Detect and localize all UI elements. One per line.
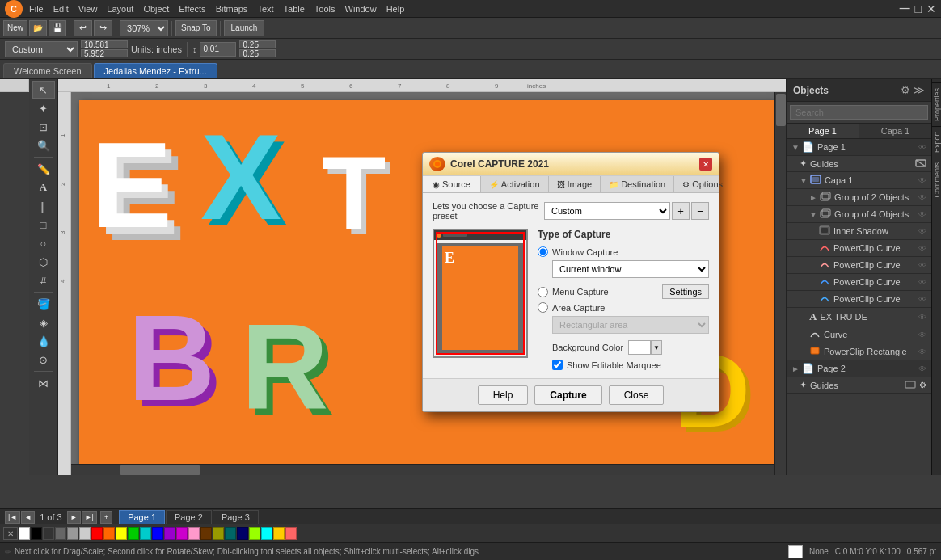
color-swatch-purple[interactable] — [164, 527, 175, 540]
menu-capture-radio[interactable] — [538, 287, 548, 297]
color-swatch-brown[interactable] — [200, 527, 212, 540]
group4-visibility[interactable]: 👁 — [918, 210, 926, 219]
color-swatch-green[interactable] — [128, 527, 139, 540]
add-page-btn[interactable]: + — [100, 511, 112, 524]
tree-capa1[interactable]: ▼ Capa 1 👁 — [787, 172, 931, 189]
color-swatch-teal[interactable] — [225, 527, 236, 540]
area-type-select[interactable]: Rectangular area — [552, 316, 709, 334]
fill-color-indicator[interactable] — [788, 545, 803, 558]
page-first-btn[interactable]: |◄ — [5, 511, 20, 524]
guides2-action[interactable] — [905, 381, 916, 390]
page2-visibility[interactable]: 👁 — [918, 364, 926, 373]
window-maximize[interactable]: □ — [915, 2, 922, 15]
window-minimize[interactable]: ─ — [900, 0, 910, 17]
color-swatch-yellow[interactable] — [116, 527, 127, 540]
zoom-tool[interactable]: 🔍 — [32, 137, 55, 154]
panel-expand-btn[interactable]: ≫ — [914, 84, 925, 96]
color-swatch-lime[interactable] — [249, 527, 260, 540]
color-swatch-black[interactable] — [31, 527, 42, 540]
parallel-tool[interactable]: ‖ — [32, 197, 55, 215]
tree-powerclip2[interactable]: PowerClip Curve 👁 — [787, 257, 931, 274]
text-tool[interactable]: A — [32, 179, 55, 196]
color-swatch-orange[interactable] — [103, 527, 115, 540]
no-color-swatch[interactable]: ✕ — [3, 527, 18, 540]
powerclip-rect-visibility[interactable]: 👁 — [918, 347, 926, 356]
capture-preset-select[interactable]: Custom — [544, 202, 670, 220]
color-swatch-gray4[interactable] — [79, 527, 91, 540]
menu-table[interactable]: Table — [284, 4, 305, 14]
undo-btn[interactable]: ↩ — [74, 20, 92, 36]
open-btn[interactable]: 📂 — [29, 20, 47, 36]
color-swatch-pink[interactable] — [188, 527, 200, 540]
tree-guides2[interactable]: ✦ Guides ⚙ — [787, 377, 931, 394]
outline-tool[interactable]: ⊙ — [32, 351, 55, 368]
marquee-checkbox[interactable] — [552, 360, 563, 370]
page2-tab-nav[interactable]: Page 2 — [166, 510, 212, 524]
capture-btn[interactable]: Capture — [534, 385, 601, 405]
objects-search-input[interactable] — [790, 105, 928, 120]
powerclip3-visibility[interactable]: 👁 — [918, 278, 926, 287]
tree-group4[interactable]: ▼ Group of 4 Objects 👁 — [787, 206, 931, 223]
curve-visibility[interactable]: 👁 — [918, 331, 926, 339]
new-btn[interactable]: New — [3, 20, 27, 36]
eyedropper-tool[interactable]: 💧 — [32, 332, 55, 350]
help-btn[interactable]: Help — [478, 385, 529, 405]
tree-curve[interactable]: Curve 👁 — [787, 326, 931, 343]
settings-btn[interactable]: Settings — [662, 284, 709, 299]
bg-color-swatch[interactable] — [628, 340, 651, 355]
menu-layout[interactable]: Layout — [107, 4, 133, 14]
scrollbar-v[interactable] — [774, 92, 786, 475]
color-swatch-coral[interactable] — [285, 527, 297, 540]
width-input[interactable] — [81, 40, 128, 48]
window-type-select[interactable]: Current window — [552, 260, 709, 278]
powerclip2-visibility[interactable]: 👁 — [918, 261, 926, 270]
color-swatch-olive[interactable] — [213, 527, 224, 540]
select-tool[interactable]: ↖ — [32, 81, 55, 99]
color-swatch-gray1[interactable] — [43, 527, 54, 540]
page1-visibility[interactable]: 👁 — [918, 143, 926, 152]
tree-powerclip3[interactable]: PowerClip Curve 👁 — [787, 274, 931, 291]
tree-powerclip4[interactable]: PowerClip Curve 👁 — [787, 291, 931, 308]
window-close[interactable]: ✕ — [926, 2, 936, 15]
zoom-dropdown[interactable]: 307% — [120, 20, 168, 36]
page1-tab[interactable]: Page 1 — [119, 510, 165, 524]
inner-shadow-visibility[interactable]: 👁 — [918, 227, 926, 236]
powerclip4-visibility[interactable]: 👁 — [918, 295, 926, 304]
bg-color-dropdown-btn[interactable]: ▼ — [651, 340, 662, 355]
fill-tool[interactable]: 🪣 — [32, 295, 55, 313]
snap-btn[interactable]: Snap To — [175, 20, 217, 36]
dialog-close-btn[interactable]: ✕ — [699, 158, 712, 171]
tab-activation[interactable]: ⚡ Activation — [481, 176, 549, 192]
color-swatch-gray2[interactable] — [55, 527, 66, 540]
scrollbar-h[interactable] — [71, 464, 774, 475]
tree-powerclip-rect[interactable]: PowerClip Rectangle 👁 — [787, 343, 931, 360]
menu-effects[interactable]: Effects — [179, 4, 205, 14]
tree-group2[interactable]: ► Group of 2 Objects 👁 — [787, 189, 931, 206]
preset-add-btn[interactable]: + — [672, 202, 690, 220]
capa1-visibility[interactable]: 👁 — [918, 176, 926, 185]
rect-tool[interactable]: □ — [32, 216, 55, 234]
color-swatch-magenta[interactable] — [176, 527, 188, 540]
menu-edit[interactable]: Edit — [53, 4, 69, 14]
page-next-btn[interactable]: ► — [67, 511, 81, 524]
capa1-tab[interactable]: Capa 1 — [859, 124, 931, 138]
redo-btn[interactable]: ↪ — [94, 20, 112, 36]
smart-fill-tool[interactable]: ◈ — [32, 314, 55, 331]
guides2-settings[interactable]: ⚙ — [919, 381, 926, 389]
save-btn[interactable]: 💾 — [49, 20, 66, 36]
tab-options[interactable]: ⚙ Options — [674, 176, 731, 192]
properties-tab[interactable]: Properties — [931, 82, 942, 126]
menu-window[interactable]: Window — [345, 4, 377, 14]
group2-visibility[interactable]: 👁 — [918, 193, 926, 202]
color-swatch-blue[interactable] — [152, 527, 163, 540]
node-tool[interactable]: ✦ — [32, 99, 55, 117]
comments-tab[interactable]: Comments — [931, 158, 942, 203]
interactive-tool[interactable]: ⋈ — [32, 374, 55, 392]
nudge-input[interactable] — [200, 42, 236, 57]
offset1-input[interactable] — [239, 40, 276, 48]
freehand-tool[interactable]: ✏️ — [32, 160, 55, 178]
menu-object[interactable]: Object — [143, 4, 169, 14]
tab-image[interactable]: 🖼 Image — [549, 176, 601, 192]
page1-tab[interactable]: Page 1 — [787, 124, 859, 138]
color-swatch-gray3[interactable] — [67, 527, 78, 540]
